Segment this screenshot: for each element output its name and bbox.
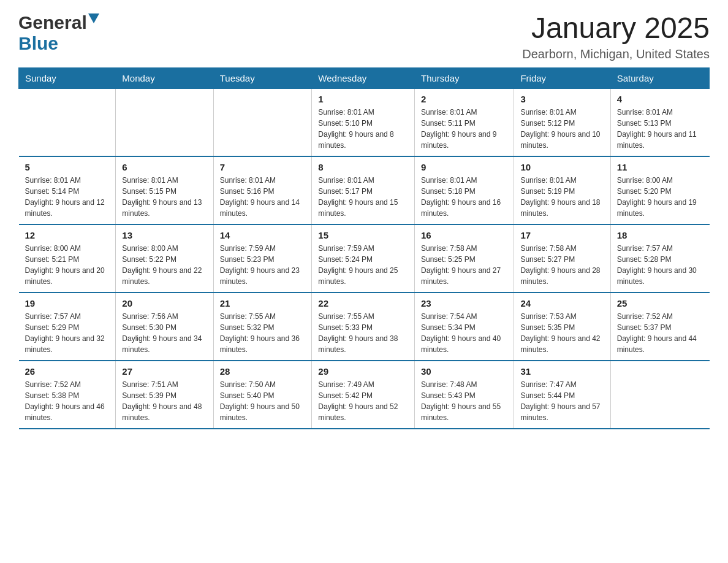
day-info: Sunrise: 8:01 AM Sunset: 5:10 PM Dayligh… (318, 107, 408, 151)
month-title: January 2025 (522, 12, 710, 45)
logo-blue-text: Blue (18, 33, 58, 53)
day-info: Sunrise: 8:00 AM Sunset: 5:21 PM Dayligh… (25, 243, 110, 287)
header-cell-friday: Friday (514, 67, 610, 88)
header-cell-tuesday: Tuesday (213, 67, 312, 88)
logo: General Blue (18, 12, 99, 54)
day-info: Sunrise: 8:00 AM Sunset: 5:20 PM Dayligh… (617, 175, 703, 219)
day-info: Sunrise: 8:01 AM Sunset: 5:18 PM Dayligh… (421, 175, 507, 219)
day-number: 18 (617, 230, 703, 240)
day-info: Sunrise: 8:01 AM Sunset: 5:13 PM Dayligh… (617, 107, 703, 151)
day-number: 8 (318, 162, 408, 172)
day-cell (19, 88, 116, 156)
day-cell: 21Sunrise: 7:55 AM Sunset: 5:32 PM Dayli… (213, 293, 312, 361)
week-row-2: 5Sunrise: 8:01 AM Sunset: 5:14 PM Daylig… (19, 156, 710, 224)
day-cell: 30Sunrise: 7:48 AM Sunset: 5:43 PM Dayli… (415, 361, 514, 429)
day-cell (213, 88, 312, 156)
day-number: 1 (318, 94, 408, 104)
day-cell: 17Sunrise: 7:58 AM Sunset: 5:27 PM Dayli… (514, 224, 610, 293)
day-number: 21 (220, 298, 306, 308)
day-info: Sunrise: 8:01 AM Sunset: 5:15 PM Dayligh… (122, 175, 207, 219)
header-cell-thursday: Thursday (415, 67, 514, 88)
logo-general-text: General (18, 12, 87, 33)
day-cell: 4Sunrise: 8:01 AM Sunset: 5:13 PM Daylig… (610, 88, 709, 156)
day-cell: 25Sunrise: 7:52 AM Sunset: 5:37 PM Dayli… (610, 293, 709, 361)
header-row: SundayMondayTuesdayWednesdayThursdayFrid… (19, 67, 710, 88)
day-number: 17 (520, 230, 604, 240)
day-info: Sunrise: 7:50 AM Sunset: 5:40 PM Dayligh… (220, 379, 306, 423)
day-info: Sunrise: 8:01 AM Sunset: 5:17 PM Dayligh… (318, 175, 408, 219)
day-info: Sunrise: 7:54 AM Sunset: 5:34 PM Dayligh… (421, 311, 507, 355)
day-number: 26 (25, 366, 110, 377)
day-info: Sunrise: 7:55 AM Sunset: 5:33 PM Dayligh… (318, 311, 408, 355)
day-number: 30 (421, 366, 507, 377)
day-cell: 27Sunrise: 7:51 AM Sunset: 5:39 PM Dayli… (116, 361, 213, 429)
day-info: Sunrise: 8:01 AM Sunset: 5:11 PM Dayligh… (421, 107, 507, 151)
day-number: 14 (220, 230, 306, 240)
day-info: Sunrise: 8:01 AM Sunset: 5:19 PM Dayligh… (520, 175, 604, 219)
location-text: Dearborn, Michigan, United States (522, 47, 710, 61)
day-number: 9 (421, 162, 507, 172)
day-info: Sunrise: 7:57 AM Sunset: 5:28 PM Dayligh… (617, 243, 703, 287)
day-cell: 5Sunrise: 8:01 AM Sunset: 5:14 PM Daylig… (19, 156, 116, 224)
day-cell (610, 361, 709, 429)
day-number: 13 (122, 230, 207, 240)
day-number: 28 (220, 366, 306, 377)
svg-marker-0 (88, 13, 99, 23)
week-row-5: 26Sunrise: 7:52 AM Sunset: 5:38 PM Dayli… (19, 361, 710, 429)
day-cell: 1Sunrise: 8:01 AM Sunset: 5:10 PM Daylig… (312, 88, 415, 156)
day-number: 7 (220, 162, 306, 172)
day-cell: 29Sunrise: 7:49 AM Sunset: 5:42 PM Dayli… (312, 361, 415, 429)
day-info: Sunrise: 7:49 AM Sunset: 5:42 PM Dayligh… (318, 379, 408, 423)
day-info: Sunrise: 7:56 AM Sunset: 5:30 PM Dayligh… (122, 311, 207, 355)
day-info: Sunrise: 8:01 AM Sunset: 5:14 PM Dayligh… (25, 175, 110, 219)
day-cell: 28Sunrise: 7:50 AM Sunset: 5:40 PM Dayli… (213, 361, 312, 429)
header-cell-monday: Monday (116, 67, 213, 88)
week-row-3: 12Sunrise: 8:00 AM Sunset: 5:21 PM Dayli… (19, 224, 710, 293)
day-info: Sunrise: 8:01 AM Sunset: 5:12 PM Dayligh… (520, 107, 604, 151)
day-number: 27 (122, 366, 207, 377)
day-number: 6 (122, 162, 207, 172)
day-info: Sunrise: 7:59 AM Sunset: 5:23 PM Dayligh… (220, 243, 306, 287)
day-number: 24 (520, 298, 604, 308)
day-cell (116, 88, 213, 156)
day-cell: 12Sunrise: 8:00 AM Sunset: 5:21 PM Dayli… (19, 224, 116, 293)
day-cell: 13Sunrise: 8:00 AM Sunset: 5:22 PM Dayli… (116, 224, 213, 293)
day-cell: 11Sunrise: 8:00 AM Sunset: 5:20 PM Dayli… (610, 156, 709, 224)
day-info: Sunrise: 7:57 AM Sunset: 5:29 PM Dayligh… (25, 311, 110, 355)
day-number: 2 (421, 94, 507, 104)
day-info: Sunrise: 7:52 AM Sunset: 5:37 PM Dayligh… (617, 311, 703, 355)
day-info: Sunrise: 7:47 AM Sunset: 5:44 PM Dayligh… (520, 379, 604, 423)
day-number: 20 (122, 298, 207, 308)
header-cell-saturday: Saturday (610, 67, 709, 88)
day-cell: 22Sunrise: 7:55 AM Sunset: 5:33 PM Dayli… (312, 293, 415, 361)
day-number: 11 (617, 162, 703, 172)
day-number: 25 (617, 298, 703, 308)
day-number: 5 (25, 162, 110, 172)
day-cell: 8Sunrise: 8:01 AM Sunset: 5:17 PM Daylig… (312, 156, 415, 224)
header-cell-wednesday: Wednesday (312, 67, 415, 88)
week-row-4: 19Sunrise: 7:57 AM Sunset: 5:29 PM Dayli… (19, 293, 710, 361)
day-number: 12 (25, 230, 110, 240)
day-number: 31 (520, 366, 604, 377)
day-info: Sunrise: 7:59 AM Sunset: 5:24 PM Dayligh… (318, 243, 408, 287)
day-cell: 18Sunrise: 7:57 AM Sunset: 5:28 PM Dayli… (610, 224, 709, 293)
day-number: 15 (318, 230, 408, 240)
title-section: January 2025 Dearborn, Michigan, United … (522, 12, 710, 61)
header-cell-sunday: Sunday (19, 67, 116, 88)
day-cell: 20Sunrise: 7:56 AM Sunset: 5:30 PM Dayli… (116, 293, 213, 361)
day-cell: 24Sunrise: 7:53 AM Sunset: 5:35 PM Dayli… (514, 293, 610, 361)
calendar-table: SundayMondayTuesdayWednesdayThursdayFrid… (18, 67, 710, 429)
day-number: 19 (25, 298, 110, 308)
day-cell: 2Sunrise: 8:01 AM Sunset: 5:11 PM Daylig… (415, 88, 514, 156)
day-number: 16 (421, 230, 507, 240)
day-cell: 6Sunrise: 8:01 AM Sunset: 5:15 PM Daylig… (116, 156, 213, 224)
day-info: Sunrise: 7:51 AM Sunset: 5:39 PM Dayligh… (122, 379, 207, 423)
day-cell: 3Sunrise: 8:01 AM Sunset: 5:12 PM Daylig… (514, 88, 610, 156)
day-number: 23 (421, 298, 507, 308)
day-cell: 23Sunrise: 7:54 AM Sunset: 5:34 PM Dayli… (415, 293, 514, 361)
calendar-header: SundayMondayTuesdayWednesdayThursdayFrid… (19, 67, 710, 88)
day-cell: 15Sunrise: 7:59 AM Sunset: 5:24 PM Dayli… (312, 224, 415, 293)
day-info: Sunrise: 7:55 AM Sunset: 5:32 PM Dayligh… (220, 311, 306, 355)
day-info: Sunrise: 8:01 AM Sunset: 5:16 PM Dayligh… (220, 175, 306, 219)
day-info: Sunrise: 7:53 AM Sunset: 5:35 PM Dayligh… (520, 311, 604, 355)
